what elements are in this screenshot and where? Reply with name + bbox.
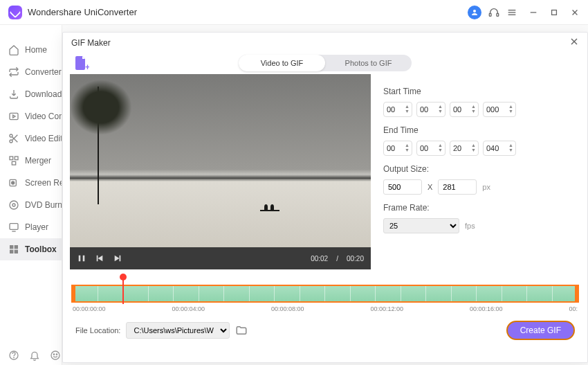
merger-icon: [8, 155, 19, 166]
home-icon: [8, 44, 19, 55]
sidebar-item-converter[interactable]: Converter: [0, 61, 62, 83]
disc-icon: [8, 199, 19, 211]
download-icon: [8, 89, 19, 100]
scissors-icon: [8, 133, 19, 144]
sidebar-item-player[interactable]: Player: [0, 216, 62, 238]
start-minutes-input[interactable]: 00▲▼: [416, 102, 445, 117]
svg-point-19: [12, 181, 15, 184]
svg-rect-17: [12, 161, 15, 165]
sidebar-item-dvd[interactable]: DVD Burner: [0, 194, 62, 216]
start-ms-input[interactable]: 000▲▼: [483, 102, 516, 117]
frame-rate-label: Frame Rate:: [383, 203, 580, 213]
fps-unit: fps: [465, 222, 475, 230]
close-button[interactable]: [570, 8, 580, 17]
sidebar-item-label: Merger: [25, 156, 51, 166]
svg-rect-16: [15, 157, 18, 160]
start-time-label: Start Time: [383, 87, 580, 96]
svg-rect-22: [10, 224, 18, 230]
gif-maker-modal: GIF Maker Video to GIF Photos to GIF +: [62, 32, 588, 363]
sidebar-item-merger[interactable]: Merger: [0, 150, 62, 172]
app-logo-icon: [8, 6, 22, 19]
statusbar: [8, 350, 61, 361]
player-icon: [8, 222, 19, 233]
minimize-button[interactable]: [529, 8, 538, 17]
mode-tabs: Video to GIF Photos to GIF: [239, 55, 412, 71]
player-total-time: 00:20: [347, 255, 364, 262]
svg-rect-27: [15, 250, 18, 253]
svg-rect-2: [497, 13, 499, 16]
timeline: 00:00:00:00 00:00:04:00 00:00:08:00 00:0…: [70, 285, 580, 312]
end-minutes-input[interactable]: 00▲▼: [416, 141, 445, 156]
frame-rate-select[interactable]: 25: [383, 218, 459, 233]
timeline-track[interactable]: [71, 285, 579, 303]
sidebar-item-label: DVD Burner: [25, 200, 62, 210]
start-hours-input[interactable]: 00▲▼: [383, 102, 412, 117]
bell-icon[interactable]: [29, 350, 40, 361]
sidebar-item-label: Player: [25, 222, 48, 232]
file-location-select[interactable]: C:\Users\ws\Pictures\Wonders: [126, 322, 230, 339]
headset-icon[interactable]: [488, 7, 499, 18]
px-unit: px: [482, 183, 490, 191]
sidebar-item-label: Toolbox: [25, 244, 57, 254]
record-icon: [8, 177, 19, 188]
svg-rect-31: [79, 256, 81, 262]
create-gif-button[interactable]: Create GIF: [506, 321, 575, 340]
sidebar-item-compressor[interactable]: Video Compressor: [0, 105, 62, 127]
tab-photos-to-gif[interactable]: Photos to GIF: [325, 55, 412, 71]
stepper-arrows-icon[interactable]: ▲▼: [405, 143, 410, 152]
maximize-button[interactable]: [549, 8, 559, 17]
sidebar-item-downloader[interactable]: Downloader: [0, 83, 62, 105]
content-area: NEW tor data etadata CD. GIF Maker Video…: [62, 25, 588, 365]
stepper-arrows-icon[interactable]: ▲▼: [508, 143, 513, 152]
svg-point-21: [12, 204, 15, 206]
prev-frame-button[interactable]: [95, 253, 104, 263]
file-location-label: File Location:: [75, 326, 120, 335]
output-height-input[interactable]: [438, 179, 477, 195]
player-controls: 00:02/00:20: [70, 247, 371, 269]
svg-rect-7: [552, 10, 557, 15]
sidebar-item-toolbox[interactable]: Toolbox: [0, 238, 62, 260]
stepper-arrows-icon[interactable]: ▲▼: [438, 143, 443, 152]
sidebar-item-home[interactable]: Home: [0, 39, 62, 61]
playhead[interactable]: [122, 278, 124, 304]
pause-button[interactable]: [77, 253, 86, 263]
svg-point-36: [14, 357, 15, 358]
start-seconds-input[interactable]: 00▲▼: [450, 102, 479, 117]
tab-video-to-gif[interactable]: Video to GIF: [239, 55, 325, 71]
sidebar: Home Converter Downloader Video Compress…: [0, 25, 62, 365]
stepper-arrows-icon[interactable]: ▲▼: [438, 104, 443, 114]
timeline-labels: 00:00:00:00 00:00:04:00 00:00:08:00 00:0…: [71, 305, 579, 312]
titlebar: Wondershare UniConverter: [0, 0, 588, 25]
output-size-label: Output Size:: [383, 164, 580, 174]
stepper-arrows-icon[interactable]: ▲▼: [508, 104, 513, 114]
modal-close-button[interactable]: [569, 37, 579, 49]
modal-title: GIF Maker: [71, 38, 569, 48]
hamburger-icon[interactable]: [506, 7, 517, 18]
user-avatar[interactable]: [468, 6, 481, 19]
add-file-button[interactable]: +: [73, 55, 89, 71]
end-seconds-input[interactable]: 20▲▼: [450, 141, 479, 156]
svg-rect-24: [10, 245, 13, 249]
feedback-icon[interactable]: [50, 350, 61, 361]
stepper-arrows-icon[interactable]: ▲▼: [471, 104, 476, 114]
svg-point-20: [10, 201, 18, 209]
output-width-input[interactable]: [383, 179, 422, 195]
end-hours-input[interactable]: 00▲▼: [383, 141, 412, 156]
sidebar-item-recorder[interactable]: Screen Recorder: [0, 172, 62, 194]
next-frame-button[interactable]: [113, 253, 122, 263]
app-title: Wondershare UniConverter: [28, 7, 468, 17]
sidebar-item-label: Video Compressor: [25, 112, 62, 121]
converter-icon: [8, 66, 19, 78]
svg-text:+: +: [85, 62, 89, 71]
stepper-arrows-icon[interactable]: ▲▼: [471, 143, 476, 152]
browse-folder-button[interactable]: [235, 324, 248, 337]
sidebar-item-label: Home: [25, 45, 47, 55]
video-preview[interactable]: [70, 74, 371, 247]
sidebar-item-editor[interactable]: Video Editor: [0, 127, 62, 150]
help-icon[interactable]: [8, 350, 19, 361]
toolbox-icon: [8, 244, 19, 255]
svg-rect-26: [10, 250, 13, 253]
player-current-time: 00:02: [311, 255, 328, 262]
stepper-arrows-icon[interactable]: ▲▼: [405, 104, 410, 114]
end-ms-input[interactable]: 040▲▼: [483, 141, 516, 156]
